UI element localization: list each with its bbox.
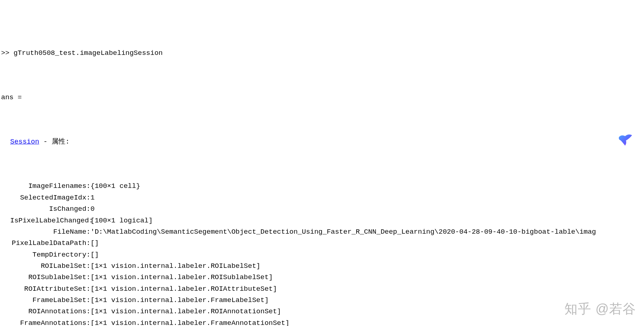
property-value: [1×1 vision.internal.labeler.ROIAnnotati…: [90, 306, 281, 317]
property-row: PixelLabelDataPath: []: [0, 238, 644, 249]
property-name: IsChanged:: [10, 204, 90, 215]
zhihu-watermark-text: 知乎 @若谷: [564, 298, 636, 319]
property-value: []: [90, 249, 99, 261]
property-row: TempDirectory: []: [0, 249, 644, 261]
ans-label: ans =: [0, 92, 644, 103]
zhihu-bird-logo: [612, 126, 638, 153]
property-row: FileName: 'D:\MatlabCoding\SemanticSegem…: [0, 226, 644, 238]
property-name: ROILabelSet:: [10, 261, 90, 272]
property-row: FrameLabelSet: [1×1 vision.internal.labe…: [0, 295, 644, 306]
property-name: PixelLabelDataPath:: [10, 238, 90, 249]
property-value: [1×1 vision.internal.labeler.FrameLabelS…: [90, 295, 269, 306]
property-row: IsPixelLabelChanged: [100×1 logical]: [0, 215, 644, 226]
property-name: SelectedImageIdx:: [10, 192, 90, 204]
property-row: ImageFilenames: {100×1 cell}: [0, 181, 644, 192]
property-value: {100×1 cell}: [90, 181, 140, 192]
property-value: []: [90, 238, 99, 249]
property-name: ImageFilenames:: [10, 181, 90, 192]
property-value: [100×1 logical]: [90, 215, 153, 226]
property-name: FrameAnnotations:: [10, 318, 90, 326]
command-text: gTruth0508_test.imageLabelingSession: [13, 49, 162, 57]
property-name: FrameLabelSet:: [10, 295, 90, 306]
session-header: Session - 属性:: [0, 136, 644, 148]
property-value: 0: [90, 204, 94, 215]
property-value: [1×1 vision.internal.labeler.ROIAttribut…: [90, 283, 277, 295]
property-value: [1×1 vision.internal.labeler.ROILabelSet…: [90, 261, 260, 272]
property-value: [1×1 vision.internal.labeler.FrameAnnota…: [90, 318, 289, 326]
property-row: ROISublabelSet: [1×1 vision.internal.lab…: [0, 272, 644, 283]
session-suffix: - 属性:: [39, 138, 70, 146]
property-name: ROIAnnotations:: [10, 306, 90, 317]
property-name: IsPixelLabelChanged:: [10, 215, 90, 226]
property-row: SelectedImageIdx: 1: [0, 192, 644, 204]
command-line[interactable]: >> gTruth0508_test.imageLabelingSession: [0, 45, 644, 59]
property-name: TempDirectory:: [10, 249, 90, 261]
properties-list: ImageFilenames: {100×1 cell}SelectedImag…: [0, 181, 644, 326]
property-row: ROIAttributeSet: [1×1 vision.internal.la…: [0, 283, 644, 295]
property-name: FileName:: [10, 226, 90, 238]
property-name: ROIAttributeSet:: [10, 283, 90, 295]
property-row: FrameAnnotations: [1×1 vision.internal.l…: [0, 318, 644, 326]
property-name: ROISublabelSet:: [10, 272, 90, 283]
property-value: 1: [90, 192, 94, 204]
session-link[interactable]: Session: [10, 138, 39, 146]
property-value: [1×1 vision.internal.labeler.ROISublabel…: [90, 272, 273, 283]
property-row: IsChanged: 0: [0, 204, 644, 215]
prompt: >>: [1, 49, 13, 57]
property-row: ROILabelSet: [1×1 vision.internal.labele…: [0, 261, 644, 272]
property-value: 'D:\MatlabCoding\SemanticSegement\Object…: [90, 226, 596, 238]
property-row: ROIAnnotations: [1×1 vision.internal.lab…: [0, 306, 644, 317]
